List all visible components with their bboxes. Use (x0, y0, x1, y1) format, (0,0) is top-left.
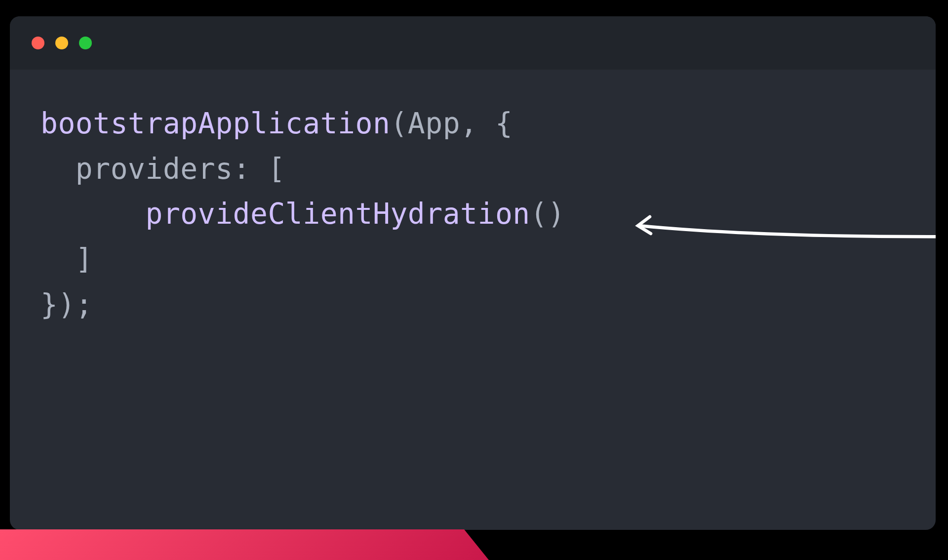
code-punc: }); (40, 288, 93, 321)
code-block: bootstrapApplication(App, { providers: [… (10, 70, 936, 327)
code-fn-bootstrap: bootstrapApplication (40, 107, 390, 140)
zoom-icon[interactable] (79, 37, 92, 49)
code-punc: (App, { (390, 107, 513, 140)
minimize-icon[interactable] (55, 37, 68, 49)
code-punc: : [ (233, 152, 285, 186)
close-icon[interactable] (32, 37, 44, 49)
code-punc: () (530, 197, 565, 231)
code-punc: ] (40, 242, 93, 276)
window-title-bar (10, 16, 936, 70)
code-key-providers: providers (76, 152, 233, 186)
code-window: bootstrapApplication(App, { providers: [… (10, 16, 936, 530)
arrow-annotation-icon (635, 212, 936, 241)
code-fn-provide-hydration: provideClientHydration (146, 197, 530, 231)
accent-strip (0, 529, 489, 560)
